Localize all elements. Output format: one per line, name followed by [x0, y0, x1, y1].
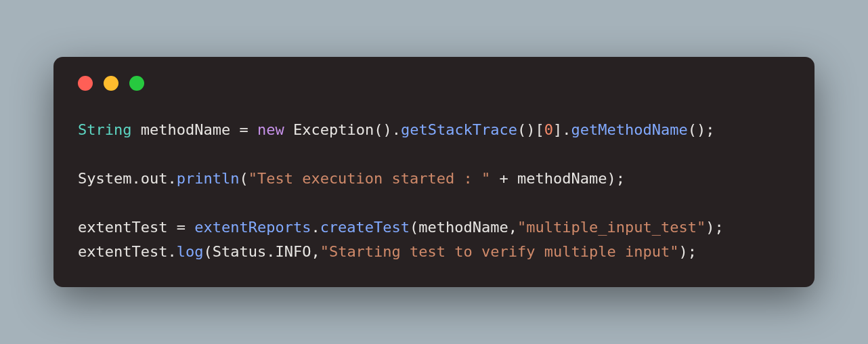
maximize-icon[interactable] — [129, 76, 144, 91]
token-var: methodName — [141, 121, 230, 138]
window-controls — [78, 76, 790, 91]
code-block: String methodName = new Exception().getS… — [78, 118, 790, 264]
token-method: getMethodName — [571, 121, 688, 138]
token-string: "Test execution started : " — [248, 170, 491, 187]
token-object: System.out. — [78, 170, 177, 187]
close-icon[interactable] — [78, 76, 93, 91]
token-method: getStackTrace — [401, 121, 517, 138]
token-method: log — [177, 243, 204, 260]
token-method: println — [177, 170, 240, 187]
minimize-icon[interactable] — [104, 76, 118, 91]
code-line-3: System.out.println("Test execution start… — [78, 170, 625, 187]
token-string: "multiple_input_test" — [517, 219, 706, 236]
token-class: Exception — [293, 121, 374, 138]
token-keyword: new — [257, 121, 284, 138]
token-string: "Starting test to verify multiple input" — [320, 243, 679, 260]
token-type: String — [78, 121, 131, 138]
code-line-1: String methodName = new Exception().getS… — [78, 121, 715, 138]
token-number: 0 — [544, 121, 553, 138]
token-assign: = — [230, 121, 257, 138]
code-line-6: extentTest.log(Status.INFO,"Starting tes… — [78, 243, 697, 260]
token-object: extentReports — [194, 219, 311, 236]
token-method: createTest — [320, 219, 410, 236]
code-window: String methodName = new Exception().getS… — [53, 57, 815, 287]
code-line-5: extentTest = extentReports.createTest(me… — [78, 219, 724, 236]
